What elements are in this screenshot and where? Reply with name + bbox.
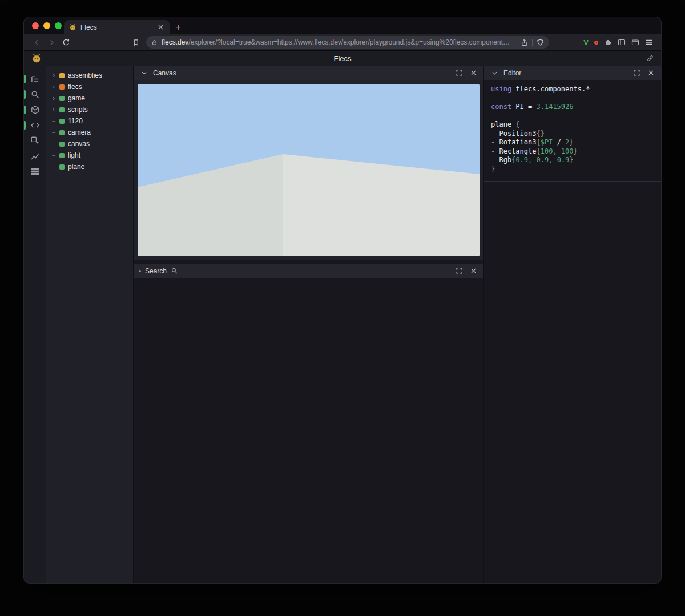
close-window-button[interactable]: [32, 22, 39, 29]
window-controls: [32, 17, 62, 34]
leaf-dash: –: [51, 164, 56, 170]
tree-item-label: camera: [68, 128, 91, 136]
reload-icon[interactable]: [59, 36, 73, 49]
close-icon[interactable]: [468, 68, 478, 78]
code-line: using flecs.components.*: [491, 85, 654, 94]
address-bar[interactable]: flecs.dev/explorer/?local=true&wasm=http…: [146, 36, 549, 49]
entity-color-swatch: [59, 96, 65, 101]
active-indicator: [24, 75, 26, 83]
expand-arrow[interactable]: ›: [51, 106, 56, 113]
back-icon[interactable]: [30, 36, 43, 49]
url-path: /explorer/?local=true&wasm=https://www.f…: [188, 38, 510, 46]
editor-panel-title: Editor: [503, 69, 521, 77]
adblock-extension-icon[interactable]: [594, 41, 598, 45]
navigation-bar: flecs.dev/explorer/?local=true&wasm=http…: [24, 34, 661, 50]
canvas-panel-body: [134, 80, 483, 260]
zoom-window-button[interactable]: [55, 22, 62, 29]
tool-sidebar: [24, 66, 46, 583]
v-extension-icon[interactable]: V: [583, 38, 589, 47]
flecs-logo: [31, 53, 42, 66]
url-text: flecs.dev/explorer/?local=true&wasm=http…: [162, 38, 521, 46]
expand-arrow[interactable]: ›: [51, 72, 56, 79]
code-line: [491, 112, 654, 121]
fullscreen-icon[interactable]: [454, 68, 464, 78]
close-icon[interactable]: [646, 68, 656, 78]
editor-column: Editor using flecs.components.* const PI…: [483, 66, 661, 583]
leaf-dash: –: [51, 141, 56, 147]
search-panel-header: Search: [134, 264, 483, 278]
tree-item-label: plane: [68, 163, 84, 171]
new-tab-button[interactable]: +: [170, 20, 186, 34]
search-icon[interactable]: [24, 87, 46, 102]
leaf-dash: –: [51, 118, 56, 124]
minimize-window-button[interactable]: [43, 22, 50, 29]
code-icon[interactable]: [24, 118, 46, 133]
active-indicator: [24, 106, 26, 114]
tree-item-camera[interactable]: –camera: [46, 127, 133, 138]
wallet-icon[interactable]: [631, 38, 639, 46]
tree-item-1120[interactable]: –1120: [46, 115, 133, 127]
main-content: ›assemblies›flecs›game›scripts–1120–came…: [24, 66, 661, 583]
entity-color-swatch: [59, 119, 65, 124]
bookmark-icon[interactable]: [129, 36, 143, 49]
sidebar-panel-icon[interactable]: [618, 38, 626, 46]
expand-arrow[interactable]: ›: [51, 95, 56, 102]
entities-icon[interactable]: [24, 102, 46, 118]
code-line: - Rectangle{100, 100}: [491, 147, 654, 156]
tree-item-light[interactable]: –light: [46, 150, 133, 161]
code-line: }: [491, 165, 654, 174]
tree-item-canvas[interactable]: –canvas: [46, 138, 133, 150]
tree-item-flecs[interactable]: ›flecs: [46, 81, 133, 92]
tree-item-label: 1120: [68, 117, 83, 125]
shield-icon[interactable]: [537, 39, 544, 46]
leaf-dash: –: [51, 152, 56, 158]
active-indicator: [24, 90, 26, 99]
permalink-icon[interactable]: [646, 54, 654, 65]
tree-item-plane[interactable]: –plane: [46, 161, 133, 172]
chevron-down-icon[interactable]: [139, 68, 149, 78]
share-icon[interactable]: [521, 39, 528, 46]
fullscreen-icon[interactable]: [454, 266, 464, 276]
code-line: - Rotation3{$PI / 2}: [491, 138, 654, 147]
code-line: - Position3{}: [491, 130, 654, 139]
tree-icon[interactable]: [24, 71, 46, 87]
tree-item-label: assemblies: [68, 71, 102, 79]
entity-color-swatch: [59, 153, 65, 158]
forward-icon[interactable]: [45, 36, 58, 49]
code-editor[interactable]: using flecs.components.* const PI = 3.14…: [484, 80, 661, 182]
bullet-icon[interactable]: [139, 270, 141, 272]
empty-panel-area: [484, 182, 661, 583]
tree-item-label: light: [68, 151, 80, 159]
code-line: const PI = 3.1415926: [491, 103, 654, 112]
extensions-cluster: V: [583, 38, 655, 47]
entity-color-swatch: [59, 142, 65, 147]
expand-arrow[interactable]: ›: [51, 83, 56, 90]
stats-icon[interactable]: [24, 148, 46, 164]
menu-icon[interactable]: [645, 38, 653, 46]
tab-close-icon[interactable]: [156, 23, 165, 32]
fullscreen-icon[interactable]: [631, 68, 642, 78]
rows-icon[interactable]: [24, 164, 46, 179]
tab-favicon: [69, 23, 76, 31]
empty-panel-area: [134, 278, 483, 583]
search-panel-title: Search: [145, 267, 167, 275]
tree-item-label: canvas: [68, 140, 90, 148]
tree-item-label: scripts: [68, 106, 88, 114]
chevron-down-icon[interactable]: [489, 68, 499, 78]
tree-item-assemblies[interactable]: ›assemblies: [46, 70, 133, 81]
code-line: - Rgb{0.9, 0.9, 0.9}: [491, 156, 654, 165]
extensions-puzzle-icon[interactable]: [604, 38, 612, 46]
editor-panel-header: Editor: [484, 66, 661, 80]
tree-item-scripts[interactable]: ›scripts: [46, 104, 133, 115]
page-title: Flecs: [333, 54, 351, 63]
3d-canvas[interactable]: [138, 84, 480, 256]
entity-color-swatch: [59, 164, 65, 170]
browser-tab[interactable]: Flecs: [64, 20, 170, 34]
close-icon[interactable]: [468, 266, 478, 276]
tree-item-label: game: [68, 94, 85, 102]
tree-item-game[interactable]: ›game: [46, 92, 133, 104]
tab-bar: Flecs +: [24, 17, 661, 34]
inspect-icon[interactable]: [24, 133, 46, 148]
canvas-panel-title: Canvas: [153, 69, 176, 77]
entity-color-swatch: [59, 84, 65, 90]
